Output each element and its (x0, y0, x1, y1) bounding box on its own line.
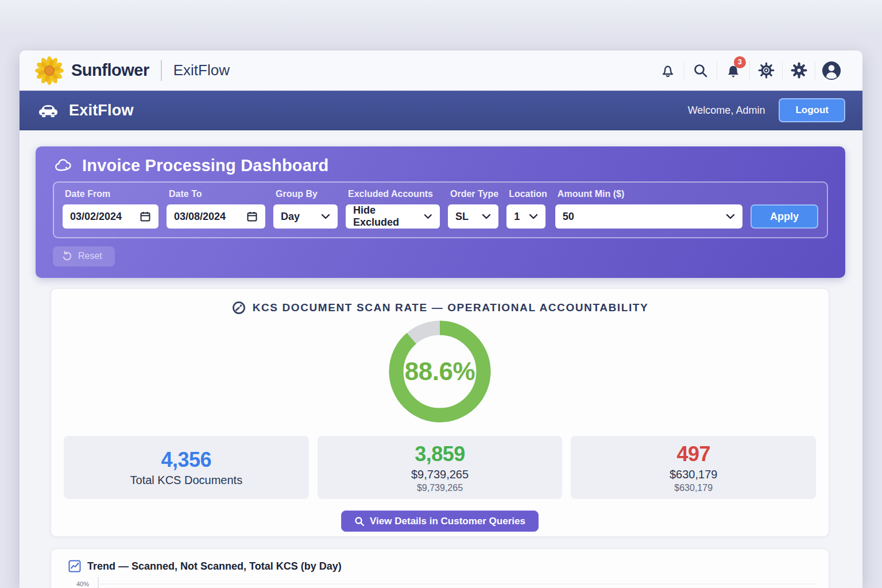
nav-app-title: ExitFlow (69, 102, 134, 119)
apply-spacer (751, 189, 818, 199)
apply-button[interactable]: Apply (751, 204, 818, 229)
group-by-select[interactable]: Day (273, 204, 338, 229)
filter-order-type: Order Type SL (448, 189, 498, 229)
chevron-down-icon (726, 214, 735, 219)
filter-group-by: Group By Day (273, 189, 338, 229)
scan-rate-heading: KCS DOCUMENT SCAN RATE — OPERATIONAL ACC… (51, 289, 829, 315)
chevron-down-icon (424, 214, 432, 219)
notifications-bell-icon[interactable]: 3 (717, 58, 749, 83)
trend-y-tick: 40% (76, 581, 89, 587)
sunflower-logo-icon (34, 56, 64, 86)
settings-gear-icon[interactable] (750, 58, 782, 83)
stat-card-scanned: 3,859 $9,739,265 $9,739,265 (318, 436, 563, 499)
panel-title-row: Invoice Processing Dashboard (36, 146, 845, 181)
amount-min-select[interactable]: 50 (555, 204, 742, 229)
scan-rate-donut: 88.6% (388, 320, 492, 423)
trend-chart-canvas: 40% (66, 577, 818, 588)
stat-label: Total KCS Documents (130, 474, 243, 487)
filter-bar: Date From 03/02/2024 Date To 03/08/2024 (53, 181, 828, 238)
order-type-label: Order Type (448, 189, 498, 199)
date-to-input[interactable]: 03/08/2024 (167, 204, 265, 229)
excluded-accounts-label: Excluded Accounts (346, 189, 440, 199)
date-to-value: 03/08/2024 (174, 211, 226, 223)
scan-rate-title: KCS DOCUMENT SCAN RATE — OPERATIONAL ACC… (253, 301, 649, 314)
top-header: Sunflower ExitFlow (20, 51, 862, 91)
cloud-icon (54, 158, 74, 173)
reset-icon (62, 251, 72, 261)
filter-excluded-accounts: Excluded Accounts Hide Excluded (346, 189, 440, 229)
notification-badge: 3 (734, 56, 746, 68)
location-select[interactable]: 1 (506, 204, 546, 229)
brand-divider (161, 60, 162, 81)
chevron-down-icon (321, 214, 330, 219)
brand: Sunflower (34, 56, 149, 86)
stat-amount: $9,739,265 (411, 468, 469, 481)
admin-gear-icon[interactable] (783, 58, 815, 83)
order-type-value: SL (455, 211, 469, 223)
reset-button[interactable]: Reset (53, 246, 115, 266)
trend-heading: Trend — Scanned, Not Scanned, Total KCS … (51, 549, 829, 572)
date-from-input[interactable]: 03/02/2024 (63, 204, 158, 229)
stat-value: 4,356 (161, 448, 212, 472)
amount-min-label: Amount Min ($) (555, 189, 742, 199)
calendar-icon (140, 211, 151, 222)
filter-date-from: Date From 03/02/2024 (63, 189, 158, 229)
brand-name: Sunflower (71, 61, 149, 80)
user-avatar[interactable] (815, 58, 848, 83)
date-from-label: Date From (63, 189, 158, 199)
welcome-text: Welcome, Admin (688, 105, 765, 117)
filter-location: Location 1 (506, 189, 547, 229)
logout-button[interactable]: Logout (779, 98, 845, 122)
stat-card-total: 4,356 Total KCS Documents (64, 436, 309, 499)
filter-date-to: Date To 03/08/2024 (167, 189, 265, 229)
filter-apply: Apply (751, 189, 818, 229)
stat-card-not-scanned: 497 $630,179 $630,179 (571, 436, 816, 499)
filter-amount-min: Amount Min ($) 50 (555, 189, 742, 229)
stat-amount: $630,179 (670, 468, 717, 481)
group-by-value: Day (281, 211, 300, 223)
group-by-label: Group By (273, 189, 338, 199)
donut-center-label: 88.6% (388, 320, 492, 423)
search-icon (354, 516, 365, 527)
reset-label: Reset (78, 251, 102, 261)
location-value: 1 (514, 211, 520, 223)
stat-amount-secondary: $9,739,265 (417, 483, 463, 493)
location-label: Location (506, 189, 547, 199)
order-type-select[interactable]: SL (448, 204, 498, 229)
filter-panel: Invoice Processing Dashboard Date From 0… (36, 146, 845, 278)
app-navbar: ExitFlow Welcome, Admin Logout (20, 91, 862, 130)
stat-value: 497 (676, 442, 710, 466)
chevron-down-icon (529, 214, 538, 219)
stats-row: 4,356 Total KCS Documents 3,859 $9,739,2… (51, 436, 829, 499)
amount-min-value: 50 (563, 211, 574, 223)
excluded-accounts-select[interactable]: Hide Excluded (346, 204, 440, 229)
view-details-button[interactable]: View Details in Customer Queries (341, 510, 539, 532)
trend-title: Trend — Scanned, Not Scanned, Total KCS … (87, 560, 342, 572)
car-icon (37, 101, 60, 119)
stat-amount-secondary: $630,179 (674, 483, 713, 493)
stat-value: 3,859 (415, 442, 465, 466)
calendar-icon (246, 211, 258, 222)
trend-card: Trend — Scanned, Not Scanned, Total KCS … (51, 548, 829, 588)
view-details-label: View Details in Customer Queries (370, 516, 525, 527)
page-title: Invoice Processing Dashboard (82, 156, 328, 175)
line-chart-icon (68, 560, 81, 572)
gauge-icon (231, 300, 246, 315)
scan-rate-card: KCS DOCUMENT SCAN RATE — OPERATIONAL ACC… (51, 288, 829, 537)
bell-icon[interactable] (652, 58, 684, 83)
product-name: ExitFlow (173, 61, 230, 79)
app-window: Sunflower ExitFlow (20, 51, 862, 588)
topbar-icons: 3 (652, 58, 848, 83)
excluded-accounts-value: Hide Excluded (353, 204, 418, 229)
search-icon[interactable] (684, 58, 717, 83)
date-to-label: Date To (167, 189, 265, 199)
date-from-value: 03/02/2024 (70, 211, 122, 223)
chevron-down-icon (482, 214, 491, 219)
